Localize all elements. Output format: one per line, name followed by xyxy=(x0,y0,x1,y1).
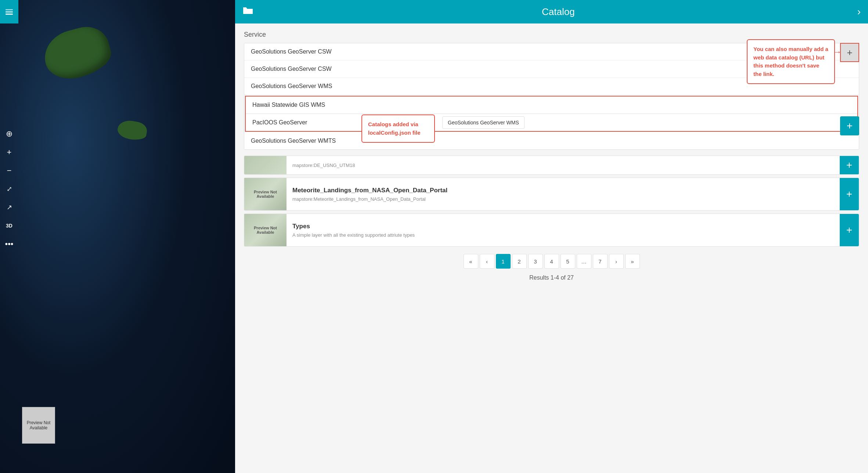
map-toolbar: ⊕ + − ⤢ ↗ 3D ••• xyxy=(0,125,18,253)
service-dropdown-container: GeoSolutions GeoServer CSW GeoSolutions … xyxy=(244,43,859,150)
result-content-0: mapstore:DE_USNG_UTM18 xyxy=(287,159,840,171)
pagination: « ‹ 1 2 3 4 5 … 7 xyxy=(244,254,859,269)
catalog-annotation: Catalogs added via localConfig.json file xyxy=(361,114,435,143)
result-content-1: Meteorite_Landings_from_NASA_Open_Data_P… xyxy=(287,178,840,210)
map-toolbar-top xyxy=(0,0,18,23)
catalog-header: Catalog › xyxy=(235,0,868,23)
3d-button[interactable]: 3D xyxy=(0,217,18,235)
service-item-3[interactable]: Hawaii Statewide GIS WMS xyxy=(246,97,857,114)
page-4-button[interactable]: 4 xyxy=(544,254,559,269)
catalog-title: Catalog xyxy=(259,6,857,18)
island-shape-2 xyxy=(116,119,148,142)
svg-rect-2 xyxy=(6,9,13,10)
page-last-button[interactable]: » xyxy=(625,254,640,269)
page-2-button[interactable]: 2 xyxy=(512,254,527,269)
catalog-folder-icon xyxy=(242,6,253,18)
result-subtitle-2: A simple layer with all the existing sup… xyxy=(292,232,834,238)
result-title-2: Types xyxy=(292,223,834,230)
page-prev-button[interactable]: ‹ xyxy=(480,254,494,269)
add-service-button[interactable]: + xyxy=(840,116,859,135)
selected-service-display: GeoSolutions GeoServer WMS xyxy=(442,116,525,129)
tooltip-bubble: You can also manually add a web data cat… xyxy=(747,39,835,84)
map-background xyxy=(0,0,235,473)
folder-icon xyxy=(242,6,253,15)
catalog-panel: Catalog › Service GeoSolutions GeoServer… xyxy=(235,0,868,473)
crosshair-button[interactable]: ⊕ xyxy=(0,125,18,143)
result-thumbnail-0 xyxy=(244,156,287,175)
page-7-button[interactable]: 7 xyxy=(593,254,608,269)
map-area: ⊕ + − ⤢ ↗ 3D ••• Preview Not Available xyxy=(0,0,235,473)
result-item-2: Preview NotAvailable Types A simple laye… xyxy=(244,214,859,247)
add-item-2-button[interactable]: + xyxy=(840,214,859,246)
result-content-2: Types A simple layer with all the existi… xyxy=(287,214,840,246)
page-ellipsis: … xyxy=(577,254,591,269)
map-preview-badge: Preview Not Available xyxy=(22,407,55,444)
svg-rect-0 xyxy=(6,14,13,15)
add-url-button[interactable]: + xyxy=(840,43,859,62)
tooltip-arrow: → xyxy=(833,46,842,58)
results-count: Results 1-4 of 27 xyxy=(244,274,859,281)
result-item-1: Preview NotAvailable Meteorite_Landings_… xyxy=(244,178,859,211)
svg-rect-1 xyxy=(6,11,13,12)
page-3-button[interactable]: 3 xyxy=(528,254,543,269)
add-item-0-button[interactable]: + xyxy=(840,156,859,175)
result-item-partial: mapstore:DE_USNG_UTM18 + xyxy=(244,156,859,175)
fit-extent-button[interactable]: ⤢ xyxy=(0,180,18,198)
result-subtitle-1: mapstore:Meteorite_Landings_from_NASA_Op… xyxy=(292,196,834,202)
page-next-button[interactable]: › xyxy=(609,254,624,269)
result-thumbnail-2: Preview NotAvailable xyxy=(244,214,287,246)
catalog-body: Service GeoSolutions GeoServer CSW GeoSo… xyxy=(235,23,868,473)
page-5-button[interactable]: 5 xyxy=(561,254,575,269)
page-first-button[interactable]: « xyxy=(464,254,478,269)
service-item-5[interactable]: GeoSolutions GeoServer WMTS xyxy=(244,132,859,149)
add-item-1-button[interactable]: + xyxy=(840,178,859,210)
more-options-button[interactable]: ••• xyxy=(0,235,18,253)
fullscreen-button[interactable]: ↗ xyxy=(0,198,18,217)
catalog-close-button[interactable]: › xyxy=(857,6,861,18)
page-1-button[interactable]: 1 xyxy=(496,254,511,269)
results-area: mapstore:DE_USNG_UTM18 + Preview NotAvai… xyxy=(244,156,859,247)
result-title-1: Meteorite_Landings_from_NASA_Open_Data_P… xyxy=(292,187,834,194)
island-shape-1 xyxy=(39,22,115,85)
layers-icon xyxy=(4,6,15,17)
service-item-4[interactable]: PacIOOS GeoServer xyxy=(246,114,857,131)
zoom-in-button[interactable]: + xyxy=(0,143,18,161)
zoom-out-button[interactable]: − xyxy=(0,161,18,180)
result-thumbnail-1: Preview NotAvailable xyxy=(244,178,287,210)
service-selected-group: Hawaii Statewide GIS WMS PacIOOS GeoServ… xyxy=(245,96,858,132)
service-label: Service xyxy=(244,31,859,39)
